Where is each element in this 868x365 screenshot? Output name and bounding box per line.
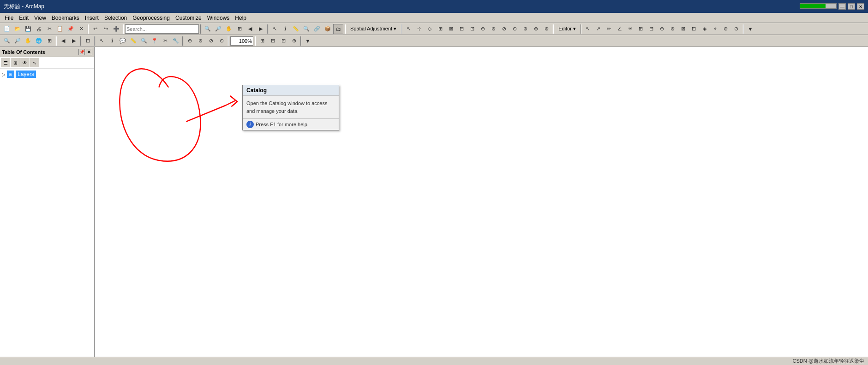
sa-tool7[interactable]: ⊕	[478, 24, 488, 34]
sa-select-button[interactable]: ↖	[403, 24, 413, 34]
full-extent-button[interactable]: ⊞	[234, 24, 245, 34]
search-input[interactable]	[125, 24, 199, 34]
measure-button[interactable]: 📏	[291, 24, 301, 34]
select-button[interactable]: ↖	[269, 24, 280, 34]
menu-view[interactable]: View	[31, 14, 49, 22]
copy-button[interactable]: 📋	[55, 24, 65, 34]
find-button[interactable]: 🔍	[301, 24, 311, 34]
tb2-dropdown[interactable]: ▼	[303, 36, 313, 46]
edit-dropdown[interactable]: ▼	[745, 24, 755, 34]
sa-tool6[interactable]: ⊡	[467, 24, 477, 34]
tb2-tool-g[interactable]: ⊞	[257, 36, 267, 46]
zoom-input[interactable]	[230, 36, 253, 46]
toc-by-source[interactable]: ⊞	[11, 58, 20, 67]
tb2-goto-xy[interactable]: 📍	[150, 36, 160, 46]
tb2-tool-h[interactable]: ⊟	[268, 36, 278, 46]
menu-geoprocessing[interactable]: Geoprocessing	[130, 14, 173, 22]
editor-button[interactable]: Editor ▾	[555, 24, 579, 34]
sa-tool10[interactable]: ⊙	[509, 24, 520, 34]
sa-tool8[interactable]: ⊗	[488, 24, 498, 34]
menu-help[interactable]: Help	[232, 14, 249, 22]
menu-edit[interactable]: Edit	[16, 14, 31, 22]
toc-by-visibility[interactable]: 👁	[20, 58, 30, 67]
edit-tool12[interactable]: ◈	[700, 24, 710, 34]
pan-button[interactable]: ✋	[224, 24, 234, 34]
tb2-identify[interactable]: ℹ	[107, 36, 117, 46]
tb2-tip[interactable]: 💬	[118, 36, 128, 46]
toc-list-view[interactable]: ☰	[1, 58, 10, 67]
paste-button[interactable]: 📌	[66, 24, 76, 34]
toc-pin-button[interactable]: 📌	[78, 49, 85, 55]
toc-by-selection[interactable]: ↖	[30, 58, 39, 67]
zoom-in-button[interactable]: 🔍	[203, 24, 213, 34]
maximize-button[interactable]: □	[848, 3, 855, 10]
tb2-select-features[interactable]: ⊡	[83, 36, 93, 46]
hyperlink-button[interactable]: 🔗	[312, 24, 322, 34]
sa-tool2[interactable]: ◇	[425, 24, 435, 34]
sa-tool11[interactable]: ⊚	[520, 24, 530, 34]
edit-tool2[interactable]: ↗	[593, 24, 604, 34]
tb2-pan[interactable]: ✋	[23, 36, 33, 46]
redo-button[interactable]: ↪	[101, 24, 111, 34]
save-button[interactable]: 💾	[23, 24, 33, 34]
menu-customize[interactable]: Customize	[173, 14, 204, 22]
tb2-find[interactable]: 🔍	[139, 36, 149, 46]
edit-tool13[interactable]: ⌖	[710, 24, 720, 34]
catalog-active-button[interactable]: 🗂	[333, 24, 343, 34]
edit-tool10[interactable]: ⊠	[678, 24, 688, 34]
edit-tool6[interactable]: ⊞	[636, 24, 646, 34]
catalog-button[interactable]: 📦	[323, 24, 333, 34]
tb2-tool-f[interactable]: ⊙	[216, 36, 227, 46]
tb2-globe[interactable]: 🌐	[34, 36, 44, 46]
delete-button[interactable]: ✕	[76, 24, 86, 34]
zoom-out-button[interactable]: 🔎	[213, 24, 223, 34]
edit-tool3[interactable]: ✏	[604, 24, 614, 34]
tb2-tool-i[interactable]: ⊡	[278, 36, 288, 46]
tb2-full-extent[interactable]: ⊞	[44, 36, 54, 46]
layers-label[interactable]: Layers	[16, 71, 36, 78]
sa-tool5[interactable]: ⊟	[456, 24, 467, 34]
tb2-zoom-in[interactable]: 🔍	[2, 36, 12, 46]
undo-button[interactable]: ↩	[90, 24, 100, 34]
menu-insert[interactable]: Insert	[82, 14, 102, 22]
toc-expand-icon[interactable]: ▷	[2, 72, 6, 77]
tb2-zoom-out[interactable]: 🔎	[12, 36, 23, 46]
add-data-button[interactable]: ➕	[111, 24, 121, 34]
spatial-adjustment-button[interactable]: Spatial Adjustment ▾	[347, 24, 400, 34]
sa-tool3[interactable]: ⊞	[435, 24, 445, 34]
menu-windows[interactable]: Windows	[204, 14, 233, 22]
edit-tool7[interactable]: ⊟	[647, 24, 657, 34]
tb2-tool-c[interactable]: ⊕	[185, 36, 195, 46]
open-button[interactable]: 📂	[12, 24, 23, 34]
close-button[interactable]: ✕	[857, 3, 864, 10]
menu-bookmarks[interactable]: Bookmarks	[49, 14, 82, 22]
sa-tool12[interactable]: ⊛	[531, 24, 541, 34]
tb2-tool-b[interactable]: 🔧	[171, 36, 181, 46]
minimize-button[interactable]: —	[838, 3, 846, 10]
toc-close-button[interactable]: ✕	[86, 49, 92, 55]
tb2-prev[interactable]: ◀	[58, 36, 68, 46]
identify-button[interactable]: ℹ	[280, 24, 290, 34]
menu-selection[interactable]: Selection	[102, 14, 130, 22]
edit-tool5[interactable]: ✳	[625, 24, 635, 34]
edit-tool9[interactable]: ⊗	[668, 24, 678, 34]
sa-tool4[interactable]: ⊠	[446, 24, 456, 34]
tb2-select[interactable]: ↖	[96, 36, 107, 46]
edit-tool15[interactable]: ⊙	[731, 24, 742, 34]
edit-tool11[interactable]: ⊡	[689, 24, 699, 34]
sa-tool9[interactable]: ⊘	[499, 24, 509, 34]
sa-tool1[interactable]: ⊹	[414, 24, 424, 34]
edit-tool4[interactable]: ∠	[615, 24, 625, 34]
map-canvas[interactable]: Catalog Open the Catalog window to acces…	[95, 47, 868, 357]
tb2-next[interactable]: ▶	[69, 36, 79, 46]
edit-tool8[interactable]: ⊕	[657, 24, 667, 34]
tb2-tool-a[interactable]: ✂	[160, 36, 170, 46]
print-button[interactable]: 🖨	[34, 24, 44, 34]
edit-tool14[interactable]: ⊘	[721, 24, 731, 34]
previous-extent-button[interactable]: ◀	[245, 24, 255, 34]
sa-tool13[interactable]: ⊜	[541, 24, 551, 34]
tb2-measure[interactable]: 📏	[128, 36, 138, 46]
next-extent-button[interactable]: ▶	[256, 24, 266, 34]
tb2-tool-e[interactable]: ⊘	[206, 36, 216, 46]
edit-tool1[interactable]: ↖	[583, 24, 593, 34]
